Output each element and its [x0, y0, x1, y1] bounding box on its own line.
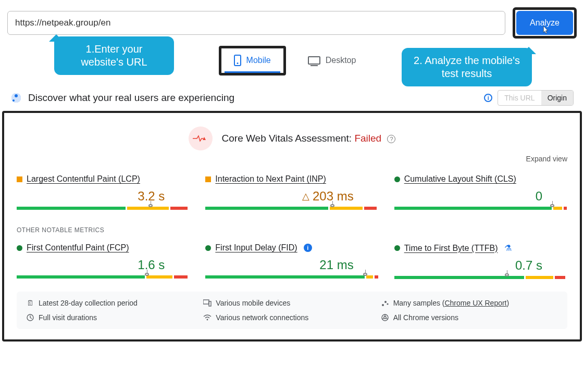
- metric-value: 3.2 s: [17, 189, 165, 204]
- metric-name[interactable]: First Contentful Paint (FCP): [27, 243, 129, 252]
- flask-icon[interactable]: ⚗: [504, 243, 512, 253]
- scatter-icon: [381, 299, 389, 307]
- tab-desktop-label: Desktop: [326, 56, 356, 65]
- svg-rect-1: [203, 300, 209, 304]
- status-dot-green-icon: [394, 245, 400, 251]
- discover-row: Discover what your real users are experi…: [0, 86, 584, 108]
- cursor-icon: [540, 25, 550, 37]
- metric-bar: [17, 207, 190, 210]
- clock-icon: [26, 313, 34, 322]
- assessment-status: Failed: [354, 133, 381, 144]
- mobile-icon: [234, 55, 241, 66]
- svg-rect-2: [209, 301, 211, 306]
- other-metrics: First Contentful Paint (FCP) 1.6 s First…: [17, 243, 567, 279]
- wifi-icon: [203, 313, 212, 322]
- expand-view[interactable]: Expand view: [17, 155, 567, 163]
- url-input[interactable]: [7, 11, 505, 35]
- metric-cls: Cumulative Layout Shift (CLS) 0: [394, 174, 567, 210]
- analyze-highlight: Analyze: [513, 7, 577, 39]
- scope-origin[interactable]: Origin: [541, 91, 573, 105]
- metric-fcp: First Contentful Paint (FCP) 1.6 s: [17, 243, 190, 279]
- metric-value: 0.7 s: [394, 258, 542, 273]
- metric-value: 1.6 s: [17, 258, 165, 272]
- scope-toggle[interactable]: This URL Origin: [498, 90, 574, 106]
- svg-point-5: [387, 303, 388, 305]
- chrome-icon: [381, 313, 389, 322]
- calendar-icon: 🗓: [26, 299, 34, 307]
- footer-durations: Full visit durations: [26, 313, 203, 322]
- mobile-tab-highlight: Mobile: [219, 46, 286, 75]
- status-dot-green-icon: [205, 245, 211, 251]
- crux-icon: [10, 92, 22, 104]
- metric-name[interactable]: Interaction to Next Paint (INP): [215, 174, 326, 184]
- crux-report-link[interactable]: Chrome UX Report: [444, 299, 506, 307]
- metric-inp: Interaction to Next Paint (INP) △203 ms: [205, 174, 378, 210]
- help-icon[interactable]: ?: [387, 135, 395, 143]
- metric-bar: [394, 207, 567, 210]
- metric-bar: [394, 276, 567, 279]
- status-dot-green-icon: [17, 245, 22, 251]
- svg-point-3: [382, 304, 384, 306]
- devices-icon: [203, 299, 212, 307]
- metric-fid: First Input Delay (FID)i 21 ms: [205, 243, 378, 279]
- footer-devices: Various mobile devices: [203, 299, 380, 307]
- info-icon[interactable]: i: [484, 94, 492, 102]
- warning-icon: △: [302, 191, 309, 202]
- results-panel: Core Web Vitals Assessment: Failed ? Exp…: [2, 111, 582, 342]
- metric-bar: [17, 275, 190, 279]
- metric-bar: [205, 275, 378, 279]
- status-square-orange-icon: [17, 176, 22, 182]
- info-icon[interactable]: i: [304, 244, 312, 252]
- metric-bar: [205, 207, 378, 210]
- pulse-icon: [189, 127, 213, 150]
- desktop-icon: [308, 56, 320, 65]
- metric-lcp: Largest Contentful Paint (LCP) 3.2 s: [17, 174, 190, 210]
- scope-this-url[interactable]: This URL: [498, 91, 541, 105]
- tab-desktop[interactable]: Desktop: [299, 52, 366, 70]
- tab-mobile-label: Mobile: [246, 56, 271, 65]
- tab-mobile[interactable]: Mobile: [225, 50, 280, 73]
- footer-grid: 🗓Latest 28-day collection period Various…: [17, 292, 567, 329]
- footer-period: 🗓Latest 28-day collection period: [26, 299, 203, 307]
- footer-network: Various network connections: [203, 313, 380, 322]
- metric-name[interactable]: Time to First Byte (TTFB): [404, 244, 498, 253]
- footer-samples: Many samples (Chrome UX Report): [381, 299, 558, 307]
- metric-name[interactable]: First Input Delay (FID): [215, 243, 297, 252]
- status-square-orange-icon: [205, 176, 211, 182]
- assessment-header: Core Web Vitals Assessment: Failed ?: [17, 127, 567, 150]
- metric-ttfb: Time to First Byte (TTFB)⚗ 0.7 s: [394, 243, 567, 279]
- metric-value: 21 ms: [205, 258, 353, 272]
- section-title: OTHER NOTABLE METRICS: [17, 226, 567, 234]
- metric-value: 0: [394, 189, 542, 204]
- metric-value: △203 ms: [205, 189, 353, 204]
- callout-analyze-results: 2. Analyze the mobile's test results: [402, 48, 532, 86]
- status-dot-green-icon: [394, 176, 400, 182]
- top-bar: Analyze: [0, 0, 584, 42]
- footer-versions: All Chrome versions: [381, 313, 558, 322]
- metric-name[interactable]: Cumulative Layout Shift (CLS): [404, 174, 516, 184]
- svg-point-7: [207, 319, 208, 321]
- discover-title: Discover what your real users are experi…: [28, 92, 234, 104]
- core-metrics: Largest Contentful Paint (LCP) 3.2 s Int…: [17, 174, 567, 210]
- assessment-text: Core Web Vitals Assessment: Failed ?: [222, 133, 396, 144]
- metric-name[interactable]: Largest Contentful Paint (LCP): [27, 174, 140, 184]
- svg-point-4: [384, 301, 387, 303]
- svg-point-9: [383, 317, 386, 319]
- analyze-button[interactable]: Analyze: [516, 11, 573, 35]
